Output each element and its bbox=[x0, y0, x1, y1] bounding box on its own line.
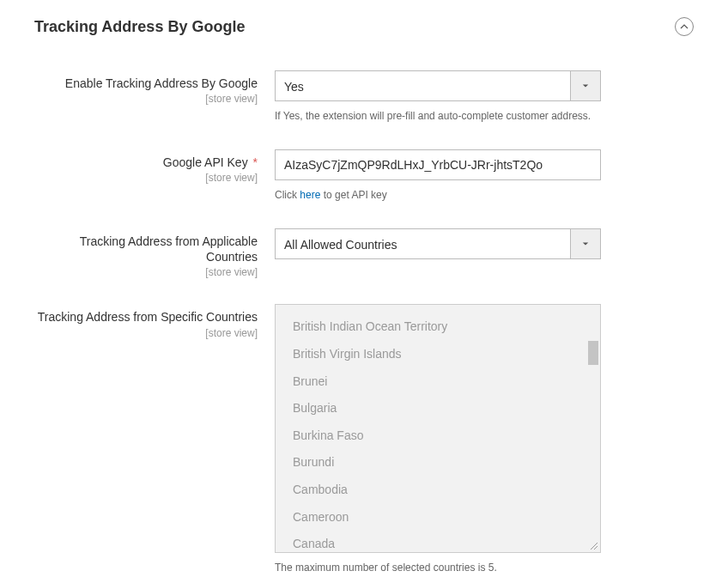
enable-tracking-select[interactable]: Yes bbox=[275, 70, 601, 101]
select-arrow bbox=[570, 228, 601, 259]
field-scope: [store view] bbox=[34, 266, 258, 278]
collapse-toggle[interactable] bbox=[675, 17, 694, 36]
triangle-down-icon bbox=[582, 82, 589, 89]
field-scope: [store view] bbox=[34, 327, 258, 339]
list-item[interactable]: British Virgin Islands bbox=[293, 341, 569, 368]
list-item[interactable]: Canada bbox=[293, 531, 569, 552]
select-value: All Allowed Countries bbox=[275, 228, 570, 259]
triangle-down-icon bbox=[582, 240, 589, 247]
required-indicator: * bbox=[250, 155, 258, 169]
api-key-input[interactable] bbox=[275, 149, 601, 180]
list-item[interactable]: Burundi bbox=[293, 449, 569, 477]
list-item[interactable]: Brunei bbox=[293, 368, 569, 396]
svg-line-0 bbox=[591, 543, 598, 550]
field-scope: [store view] bbox=[34, 93, 258, 105]
resize-grip-icon bbox=[588, 540, 598, 550]
select-arrow bbox=[570, 70, 601, 101]
helper-text: Click here to get API key bbox=[275, 187, 601, 203]
api-key-link[interactable]: here bbox=[300, 189, 320, 201]
field-specific-countries: Tracking Address from Specific Countries… bbox=[34, 304, 694, 575]
list-item[interactable]: British Indian Ocean Territory bbox=[293, 313, 569, 341]
list-item[interactable]: Cambodia bbox=[293, 477, 569, 504]
list-item[interactable]: Bulgaria bbox=[293, 395, 569, 422]
field-label: Tracking Address from Specific Countries bbox=[34, 309, 258, 325]
list-item[interactable]: Cameroon bbox=[293, 504, 569, 531]
list-item[interactable]: Burkina Faso bbox=[293, 422, 569, 450]
field-applicable-countries: Tracking Address from Applicable Countri… bbox=[34, 228, 694, 278]
scrollbar[interactable] bbox=[586, 305, 600, 552]
field-label: Google API Key * bbox=[34, 155, 258, 170]
specific-countries-listbox[interactable]: British Indian Ocean TerritoryBritish Vi… bbox=[275, 304, 601, 553]
field-api-key: Google API Key * [store view] Click here… bbox=[34, 149, 694, 203]
field-label: Tracking Address from Applicable Countri… bbox=[34, 234, 258, 264]
helper-text: The maximum number of selected countries… bbox=[275, 560, 601, 575]
field-enable-tracking: Enable Tracking Address By Google [store… bbox=[34, 70, 694, 124]
section-title: Tracking Address By Google bbox=[34, 18, 245, 36]
select-value: Yes bbox=[275, 70, 570, 101]
helper-text: If Yes, the extension will pre-fill and … bbox=[275, 108, 601, 124]
svg-line-1 bbox=[594, 546, 598, 550]
listbox-inner: British Indian Ocean TerritoryBritish Vi… bbox=[276, 305, 586, 552]
field-scope: [store view] bbox=[34, 172, 258, 184]
section-header: Tracking Address By Google bbox=[34, 17, 694, 36]
applicable-countries-select[interactable]: All Allowed Countries bbox=[275, 228, 601, 259]
field-label: Enable Tracking Address By Google bbox=[34, 76, 258, 91]
chevron-up-icon bbox=[680, 22, 689, 31]
scrollbar-thumb[interactable] bbox=[588, 341, 598, 365]
